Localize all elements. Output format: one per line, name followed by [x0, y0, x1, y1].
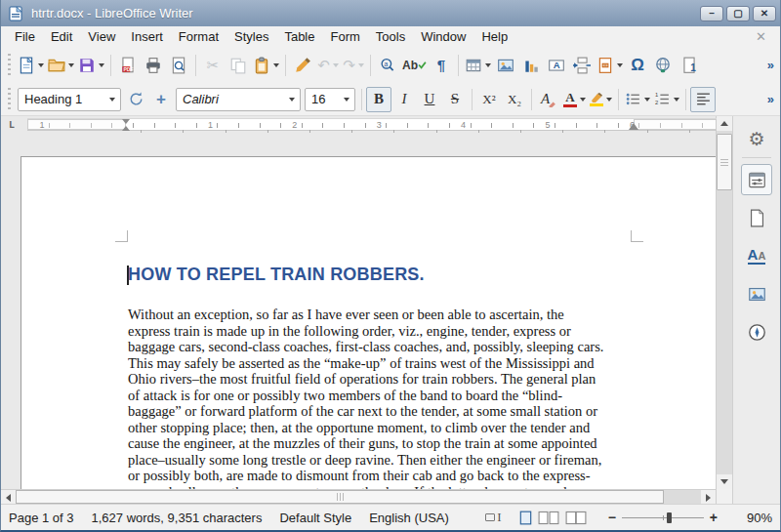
chevron-down-icon[interactable]: [338, 89, 354, 110]
new-document-button[interactable]: [16, 53, 46, 78]
bullet-list-button[interactable]: [623, 87, 652, 112]
document-canvas[interactable]: HOW TO REPEL TRAIN ROBBERS. Without an e…: [1, 134, 716, 489]
chevron-down-icon[interactable]: [68, 63, 74, 67]
subscript-button[interactable]: X₂: [502, 87, 527, 112]
zoom-in-icon[interactable]: +: [710, 511, 718, 524]
insert-special-character-button[interactable]: Ω: [625, 53, 650, 78]
word-count[interactable]: 1,627 words, 9,351 characters: [92, 511, 263, 525]
zoom-percentage[interactable]: 90%: [739, 511, 772, 525]
menu-table[interactable]: Table: [276, 27, 322, 46]
close-document-icon[interactable]: ✕: [756, 29, 774, 44]
book-view-button[interactable]: [565, 511, 587, 525]
zoom-out-icon[interactable]: −: [608, 511, 616, 524]
horizontal-scrollbar-track[interactable]: [664, 490, 701, 504]
italic-button[interactable]: I: [391, 87, 417, 112]
insert-mode-indicator[interactable]: I: [485, 510, 501, 525]
chevron-down-icon[interactable]: [99, 63, 104, 67]
highlight-color-button[interactable]: [588, 87, 614, 112]
menu-insert[interactable]: Insert: [123, 27, 171, 46]
chevron-down-icon[interactable]: [273, 63, 279, 67]
page[interactable]: HOW TO REPEL TRAIN ROBBERS. Without an e…: [21, 156, 716, 489]
close-button[interactable]: ✕: [753, 6, 776, 21]
document-paragraph[interactable]: Without an exception, so far as I have e…: [128, 307, 655, 489]
toolbar-overflow-button[interactable]: »: [763, 58, 778, 72]
insert-page-break-button[interactable]: [569, 53, 595, 78]
menu-help[interactable]: Help: [473, 27, 515, 46]
scroll-up-button[interactable]: [717, 116, 732, 131]
insert-hyperlink-button[interactable]: [650, 53, 676, 78]
align-left-button[interactable]: [690, 87, 716, 112]
superscript-button[interactable]: X²: [476, 87, 502, 112]
sidebar-tab-page[interactable]: [741, 202, 772, 233]
chevron-down-icon[interactable]: [38, 63, 44, 67]
chevron-down-icon[interactable]: [283, 89, 300, 110]
insert-chart-button[interactable]: [518, 53, 544, 78]
toolbar-grip-handle[interactable]: [6, 54, 13, 77]
save-button[interactable]: [76, 53, 106, 78]
menu-format[interactable]: Format: [171, 27, 226, 46]
menu-form[interactable]: Form: [322, 27, 367, 46]
sidebar-settings-button[interactable]: ⚙: [748, 124, 764, 153]
single-page-view-button[interactable]: [519, 511, 532, 525]
vertical-scrollbar-track[interactable]: [717, 190, 732, 474]
document-heading[interactable]: HOW TO REPEL TRAIN ROBBERS.: [128, 265, 425, 285]
find-replace-button[interactable]: a: [375, 53, 400, 78]
scroll-right-button[interactable]: [701, 490, 716, 505]
clone-formatting-button[interactable]: [290, 53, 315, 78]
bold-button[interactable]: B: [366, 87, 391, 112]
sidebar-tab-navigator[interactable]: [741, 316, 772, 348]
text-language[interactable]: English (USA): [369, 511, 449, 525]
font-name-combo[interactable]: Calibri: [176, 88, 301, 111]
zoom-slider-thumb[interactable]: [667, 512, 672, 523]
toolbar-overflow-button[interactable]: »: [763, 92, 778, 106]
vertical-scrollbar[interactable]: [716, 116, 732, 504]
chevron-down-icon[interactable]: [103, 89, 120, 110]
font-size-combo[interactable]: 16: [305, 88, 355, 111]
chevron-down-icon[interactable]: [606, 98, 612, 102]
menu-edit[interactable]: Edit: [43, 27, 80, 46]
export-pdf-button[interactable]: PDF: [115, 53, 141, 78]
title-bar[interactable]: htrtr.docx - LibreOffice Writer – ▢ ✕: [1, 0, 780, 26]
horizontal-scrollbar-thumb[interactable]: [16, 490, 664, 504]
chevron-down-icon[interactable]: [485, 63, 491, 67]
scroll-down-button[interactable]: [717, 474, 732, 489]
sidebar-tab-gallery[interactable]: [741, 278, 772, 309]
tab-stop-selector[interactable]: L: [9, 120, 15, 131]
menu-tools[interactable]: Tools: [368, 27, 413, 46]
vertical-scrollbar-thumb[interactable]: [717, 134, 732, 190]
insert-text-box-button[interactable]: A: [544, 53, 569, 78]
chevron-down-icon[interactable]: [674, 98, 679, 102]
insert-field-button[interactable]: [595, 53, 625, 78]
numbered-list-button[interactable]: 12: [652, 87, 681, 112]
new-style-button[interactable]: +: [148, 87, 174, 112]
scroll-left-button[interactable]: [1, 490, 16, 505]
horizontal-ruler[interactable]: L 1 123456: [1, 116, 716, 134]
paste-button[interactable]: [251, 53, 281, 78]
toolbar-grip-handle[interactable]: [6, 88, 13, 111]
maximize-button[interactable]: ▢: [726, 6, 750, 21]
page-style[interactable]: Default Style: [279, 511, 351, 525]
chevron-down-icon[interactable]: [580, 98, 586, 102]
paragraph-style-combo[interactable]: Heading 1: [18, 88, 121, 111]
strikethrough-button[interactable]: S: [442, 87, 468, 112]
insert-table-button[interactable]: [463, 53, 493, 78]
right-indent-marker[interactable]: [629, 123, 638, 130]
zoom-slider[interactable]: − +: [608, 511, 718, 524]
sidebar-tab-styles[interactable]: AA: [741, 240, 772, 271]
print-preview-button[interactable]: [166, 53, 191, 78]
insert-image-button[interactable]: [493, 53, 518, 78]
font-color-button[interactable]: A: [561, 87, 588, 112]
underline-button[interactable]: U: [417, 87, 442, 112]
menu-file[interactable]: File: [7, 27, 43, 46]
horizontal-scrollbar[interactable]: [1, 489, 716, 504]
update-style-button[interactable]: [123, 87, 148, 112]
print-button[interactable]: [141, 53, 166, 78]
page-count[interactable]: Page 1 of 3: [9, 511, 74, 525]
menu-window[interactable]: Window: [413, 27, 473, 46]
menu-styles[interactable]: Styles: [226, 27, 276, 46]
menu-view[interactable]: View: [80, 27, 123, 46]
clear-formatting-button[interactable]: A: [536, 87, 561, 112]
chevron-down-icon[interactable]: [617, 63, 623, 67]
multi-page-view-button[interactable]: [538, 511, 559, 525]
formatting-marks-button[interactable]: ¶: [429, 53, 454, 78]
